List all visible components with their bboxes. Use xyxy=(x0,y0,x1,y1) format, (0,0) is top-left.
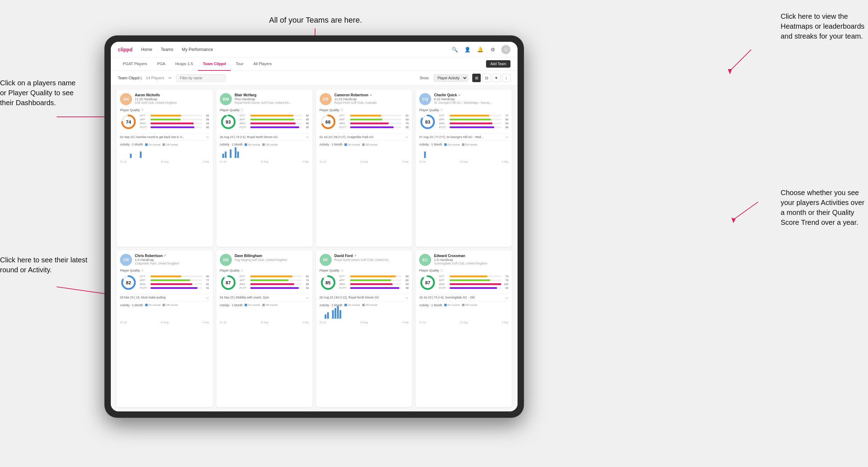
stat-bar-wrap xyxy=(350,275,402,277)
settings-icon[interactable]: ⚙ xyxy=(489,45,497,54)
last-round[interactable]: 07 Aug 23 | 77 (+7), St George's Hill GC… xyxy=(419,133,508,141)
player-card[interactable]: DB Dave Billingham Sag Maging Golf Club,… xyxy=(216,250,313,408)
filter-input[interactable] xyxy=(176,74,225,82)
last-round[interactable]: 26 Aug 23 | 73 (+1), Royal North Devon G… xyxy=(220,133,309,141)
player-club: St. George's Hill GC - Weybridge - Surre… xyxy=(434,101,508,104)
last-round-arrow: → xyxy=(206,296,209,300)
quality-info-icon[interactable]: ⓘ xyxy=(241,108,244,112)
player-name[interactable]: Aaron Nicholls xyxy=(135,93,209,97)
card-header: CR Chris Robertson ✓ 1-5 Handicap Craigm… xyxy=(120,254,209,266)
player-name[interactable]: Blair McHarg xyxy=(235,93,309,97)
stat-value: 73 xyxy=(503,275,508,278)
stat-row: ARG 84 xyxy=(140,122,209,125)
player-card[interactable]: AN Aaron Nicholls 11:15 Handicap Drift G… xyxy=(116,90,213,247)
on-course-label: On course xyxy=(148,143,161,146)
stat-value: 82 xyxy=(303,275,309,278)
nav-my-performance[interactable]: My Performance xyxy=(182,47,213,52)
donut-chart[interactable]: 87 xyxy=(220,274,237,291)
player-info: David Ford ✓ Royal North Devon Golf Club… xyxy=(335,254,409,262)
last-round[interactable]: 03 Mar 23 | 19, Must make putting → xyxy=(120,294,209,301)
quality-info-icon[interactable]: ⓘ xyxy=(141,269,144,273)
quality-label: Player Quality ⓘ xyxy=(220,269,309,273)
list-view-button[interactable]: ⊟ xyxy=(482,74,491,82)
quality-info-icon[interactable]: ⓘ xyxy=(241,269,244,273)
quality-label: Player Quality ⓘ xyxy=(120,269,209,273)
tab-pga[interactable]: PGA xyxy=(152,57,170,71)
stats-bars: OTT 77 APP 80 xyxy=(439,114,508,130)
player-name[interactable]: Charlie Quick ✓ xyxy=(434,93,508,97)
tab-hcaps[interactable]: Hcaps 1-5 xyxy=(170,57,198,71)
stat-label: PUTT xyxy=(240,286,249,290)
stat-row: ARG 103 xyxy=(439,283,508,286)
stat-bar-wrap xyxy=(450,275,501,277)
player-card[interactable]: EC Edward Crossman 1-5 Handicap Sunningd… xyxy=(416,250,512,408)
last-round[interactable]: 02 Sep 23 | Sunrise round to get back in… xyxy=(120,133,209,141)
annotation-top-center: All of your Teams are here. xyxy=(269,15,362,26)
off-course-label: Off course xyxy=(166,143,178,146)
add-team-button[interactable]: Add Team xyxy=(486,60,510,68)
player-card[interactable]: CQ Charlie Quick ✓ 6:10 Handicap St. Geo… xyxy=(416,90,512,247)
nav-teams[interactable]: Teams xyxy=(161,47,173,52)
stat-bar-wrap xyxy=(250,283,302,285)
search-icon[interactable]: 🔍 xyxy=(450,45,459,54)
last-round[interactable]: 26 Aug 23 | 84 (+12), Royal North Devon … xyxy=(320,294,409,301)
last-round[interactable]: 02 Jul 23 | 59 (+17), Craigmillar Park G… xyxy=(320,133,409,141)
avatar[interactable]: U xyxy=(501,45,510,54)
donut-chart[interactable]: 82 xyxy=(120,274,137,291)
player-handicap: 11:15 Handicap xyxy=(335,97,409,101)
quality-info-icon[interactable]: ⓘ xyxy=(341,108,343,112)
activity-label: Activity · 1 Month On course Off course xyxy=(220,303,309,307)
player-name[interactable]: David Ford ✓ xyxy=(335,254,409,258)
stat-value: 77 xyxy=(204,279,209,282)
donut-chart[interactable]: 83 xyxy=(419,113,436,130)
quality-info-icon[interactable]: ⓘ xyxy=(141,108,144,112)
edit-icon[interactable]: ✏ xyxy=(169,76,172,80)
stat-bar xyxy=(450,283,501,285)
player-card[interactable]: BM Blair McHarg Plus Handicap Royal Nort… xyxy=(216,90,313,247)
stat-value: 85 xyxy=(403,126,409,129)
stat-bar xyxy=(150,126,194,128)
donut-chart[interactable]: 87 xyxy=(419,274,436,291)
on-course-label: On course xyxy=(447,303,460,307)
off-course-legend xyxy=(162,304,165,306)
quality-content: 74 OTT 60 APP xyxy=(120,113,209,130)
bell-icon[interactable]: 🔔 xyxy=(476,45,484,54)
donut-chart[interactable]: 85 xyxy=(320,274,337,291)
stat-row: OTT 84 xyxy=(240,114,309,117)
nav-bar: clippd Home Teams My Performance 🔍 👤 🔔 ⚙… xyxy=(111,42,518,57)
chart-labels: 31 Jul21 Aug4 Sep xyxy=(120,321,209,324)
quality-label: Player Quality ⓘ xyxy=(220,108,309,112)
grid-view-button[interactable]: ⊞ xyxy=(472,74,481,82)
player-card[interactable]: CR Cameron Robertson ✓ 11:15 Handicap Ro… xyxy=(316,90,412,247)
on-course-legend xyxy=(145,304,148,306)
donut-chart[interactable]: 93 xyxy=(220,113,237,130)
profile-icon[interactable]: 👤 xyxy=(463,45,472,54)
tab-tour[interactable]: Tour xyxy=(231,57,248,71)
show-select[interactable]: Player Activity xyxy=(434,74,468,82)
stat-value: 96 xyxy=(403,286,409,290)
player-name[interactable]: Chris Robertson ✓ xyxy=(135,254,209,258)
donut-chart[interactable]: 68 xyxy=(320,113,337,130)
quality-info-icon[interactable]: ⓘ xyxy=(440,269,443,273)
quality-info-icon[interactable]: ⓘ xyxy=(341,269,343,273)
last-round[interactable]: 04 Sep 23 | Mobility with coach, Gym → xyxy=(220,294,309,301)
tab-team-clippd[interactable]: Team Clippd xyxy=(198,57,231,71)
filter-view-button[interactable]: ▼ xyxy=(492,74,501,82)
player-club: Royal North Devon Golf Club, United Kd..… xyxy=(335,258,409,262)
nav-home[interactable]: Home xyxy=(141,47,152,52)
quality-info-icon[interactable]: ⓘ xyxy=(440,108,443,112)
stat-bar xyxy=(150,283,192,285)
on-course-legend xyxy=(444,304,447,306)
donut-chart[interactable]: 74 xyxy=(120,113,137,130)
tab-pgat[interactable]: PGAT Players xyxy=(118,57,152,71)
player-name[interactable]: Edward Crossman xyxy=(434,254,508,258)
player-card[interactable]: CR Chris Robertson ✓ 1-5 Handicap Craigm… xyxy=(116,250,213,408)
tab-all-players[interactable]: All Players xyxy=(249,57,277,71)
chart-labels: 31 Jul21 Aug4 Sep xyxy=(320,321,409,324)
player-card[interactable]: DF David Ford ✓ Royal North Devon Golf C… xyxy=(316,250,412,408)
sort-view-button[interactable]: ↕ xyxy=(502,74,510,82)
player-name[interactable]: Cameron Robertson ✓ xyxy=(335,93,409,97)
player-name[interactable]: Dave Billingham xyxy=(235,254,309,258)
last-round[interactable]: 18 Jul 23 | 74 (+4), Sunningdale GC - Ol… xyxy=(419,294,508,301)
stat-label: OTT xyxy=(439,275,448,278)
